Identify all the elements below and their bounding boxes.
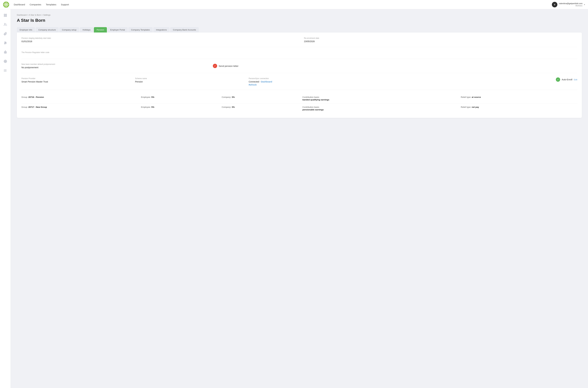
postponement-field: New team member default postponement No …	[22, 63, 204, 69]
auto-enroll-label: Auto-Enroll	[562, 78, 572, 81]
contrib-value: banded qualifying earnings	[303, 98, 458, 101]
groups-section: Group: 20716 - Pension Employee: 5% Comp…	[22, 94, 577, 113]
employee-col: Employee: 5%	[141, 106, 219, 108]
nav-dashboard[interactable]: Dashboard	[14, 3, 25, 6]
provider-field: Pension Provider Smart Pension Master Tr…	[22, 77, 129, 83]
pension-sync-label: PensionSync connection	[249, 77, 464, 80]
relief-value: net pay	[472, 106, 479, 108]
group-row: Group: 20717 - New Group Employee: 5% Co…	[22, 103, 577, 113]
company-col: Company: 3%	[222, 106, 299, 108]
svg-point-14	[5, 42, 5, 43]
group-id: 20716 - Pension	[28, 96, 44, 98]
svg-rect-7	[5, 14, 6, 15]
sidebar-target-icon[interactable]	[2, 58, 8, 64]
dates-row: Pension staging date/duty start date: 01…	[22, 37, 577, 47]
pension-sync-field: PensionSync connection Connected - Dashb…	[249, 77, 464, 86]
provider-row: Pension Provider Smart Pension Master Tr…	[22, 77, 577, 90]
company-label: Company:	[222, 96, 231, 98]
edit-link[interactable]: Edit	[574, 78, 577, 81]
tab-company-structure[interactable]: Company structure	[36, 27, 59, 32]
tab-employer-portal[interactable]: Employer Portal	[108, 27, 128, 32]
app-logo[interactable]	[3, 1, 9, 8]
group-id: 20717 - New Group	[28, 106, 47, 108]
provider-label: Pension Provider	[22, 77, 129, 80]
regulator-field: The Pension Regulator letter code	[22, 51, 577, 54]
tab-holidays[interactable]: Holidays	[80, 27, 93, 32]
tab-bar: Employer info Company structure Company …	[17, 27, 582, 32]
svg-rect-6	[4, 14, 5, 15]
user-bureau: Bureau1	[559, 5, 583, 7]
svg-rect-17	[4, 51, 6, 53]
pension-sync-status: Connected - Dashboard	[249, 80, 464, 83]
svg-point-20	[5, 52, 6, 52]
tab-company-templates[interactable]: Company Templates	[128, 27, 153, 32]
send-pension-label: Send pension letter	[219, 65, 239, 67]
svg-point-16	[4, 44, 5, 44]
group-label: Group:	[22, 96, 28, 98]
sidebar-users-icon[interactable]	[2, 22, 8, 28]
employee-label: Employee:	[141, 96, 151, 98]
reenrolment-date-value: 23/05/2026	[304, 40, 577, 43]
nav-templates[interactable]: Templates	[46, 3, 56, 6]
company-label: Company:	[222, 106, 231, 108]
relief-col: Relief type: at source	[461, 96, 577, 98]
svg-point-29	[4, 71, 4, 72]
company-col: Company: 3%	[222, 96, 299, 98]
green-check-icon: ✓	[556, 77, 560, 82]
red-check-icon: ✓	[213, 64, 217, 68]
scheme-label: Scheme name	[135, 77, 242, 80]
company-value: 3%	[232, 106, 235, 108]
postponement-label: New team member default postponement	[22, 63, 204, 65]
svg-point-23	[5, 61, 6, 62]
sidebar-paperclip-icon[interactable]	[2, 31, 8, 37]
postponement-row: New team member default postponement No …	[22, 63, 577, 73]
tab-integrations[interactable]: Integrations	[153, 27, 170, 32]
sidebar	[0, 9, 11, 388]
contrib-value: pensionable earnings	[303, 109, 458, 111]
company-value: 3%	[232, 96, 235, 98]
pension-content: Pension staging date/duty start date: 01…	[17, 32, 582, 118]
send-pension-button[interactable]: ✓ Send pension letter	[213, 64, 577, 68]
tab-company-bank-accounts[interactable]: Company Bank Accounts	[170, 27, 199, 32]
user-email: valentina@getpenfold.com	[559, 2, 583, 5]
staging-date-label: Pension staging date/duty start date:	[22, 37, 295, 39]
auto-enroll-section: ✓ Auto-Enroll Edit	[470, 77, 577, 82]
employee-col: Employee: 5%	[141, 96, 219, 98]
group-label: Group:	[22, 106, 28, 108]
chevron-down-icon: ▾	[584, 3, 585, 6]
contrib-label: Contribution basis:	[303, 96, 320, 98]
provider-value: Smart Pension Master Trust	[22, 80, 129, 83]
user-menu[interactable]: V valentina@getpenfold.com Bureau1 ▾	[552, 2, 585, 7]
page-title: A Star Is Born	[17, 18, 582, 23]
tab-company-setup[interactable]: Company setup	[59, 27, 79, 32]
sidebar-list-icon[interactable]	[2, 68, 8, 73]
nav-links: Dashboard Companies Templates Support	[14, 3, 552, 6]
nav-support[interactable]: Support	[61, 3, 69, 6]
regulator-label: The Pension Regulator letter code	[22, 51, 577, 53]
user-info: valentina@getpenfold.com Bureau1	[559, 2, 583, 7]
breadcrumb: Dashboard > A Star Is Born > Settings	[17, 14, 582, 16]
regulator-row: The Pension Regulator letter code	[22, 51, 577, 59]
svg-point-22	[4, 61, 6, 62]
svg-point-21	[4, 60, 7, 63]
sync-dashboard-link[interactable]: Dashboard	[261, 80, 272, 83]
contrib-label: Contribution basis:	[303, 106, 320, 108]
staging-date-value: 01/01/2018	[22, 40, 295, 43]
nav-companies[interactable]: Companies	[30, 3, 41, 6]
relief-label: Relief type:	[461, 106, 471, 108]
refresh-link[interactable]: Refresh	[249, 84, 257, 86]
tab-employer-info[interactable]: Employer info	[17, 27, 35, 32]
group-row: Group: 20716 - Pension Employee: 5% Comp…	[22, 94, 577, 103]
sidebar-robot-icon[interactable]	[2, 49, 8, 55]
relief-col: Relief type: net pay	[461, 106, 577, 108]
sync-status-text: Connected -	[249, 80, 261, 83]
group-id-col: Group: 20716 - Pension	[22, 96, 138, 98]
scheme-field: Scheme name Pension	[135, 77, 242, 83]
relief-label: Relief type:	[461, 96, 471, 98]
tab-pension[interactable]: Pension	[94, 27, 107, 32]
contrib-col: Contribution basis: banded qualifying ea…	[303, 96, 458, 101]
sidebar-sliders-icon[interactable]	[2, 40, 8, 46]
postponement-value: No postponement	[22, 66, 204, 69]
employee-label: Employee:	[141, 106, 151, 108]
sidebar-grid-icon[interactable]	[2, 12, 8, 18]
